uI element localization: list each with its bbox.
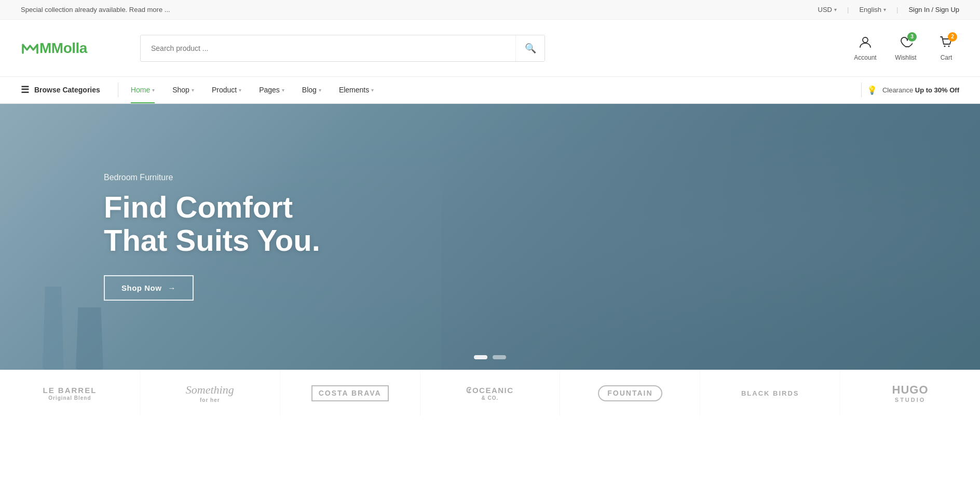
slide-dot-2[interactable]: [493, 355, 506, 359]
svg-point-2: [948, 45, 950, 47]
blog-chevron-icon: ▾: [319, 87, 321, 93]
brand-hugo[interactable]: HUGO STUDIO: [840, 370, 980, 416]
nav-right: 💡 Clearance Up to 30% Off: [867, 85, 959, 95]
hero-section: Bedroom Furniture Find Comfort That Suit…: [0, 104, 980, 370]
cart-icon-wrap: 2: [940, 35, 953, 52]
hero-right-panel: [441, 104, 980, 370]
brand-blackbirds[interactable]: BLACK BIRDS: [700, 370, 840, 416]
slide-dots: [474, 355, 506, 359]
slide-dot-1[interactable]: [474, 355, 487, 359]
account-icon: [859, 35, 872, 49]
lightbulb-icon[interactable]: 💡: [867, 85, 877, 95]
language-selector[interactable]: English ▾: [859, 6, 886, 14]
vase-short: [75, 307, 104, 370]
wishlist-badge: 3: [907, 32, 917, 42]
shop-chevron-icon: ▾: [192, 87, 194, 93]
hero-title: Find Comfort That Suits You.: [104, 191, 320, 257]
svg-point-0: [863, 37, 868, 43]
shop-now-button[interactable]: Shop Now →: [104, 275, 194, 301]
nav-item-product[interactable]: Product ▾: [205, 76, 249, 103]
account-label: Account: [854, 54, 876, 61]
nav-item-pages[interactable]: Pages ▾: [252, 76, 292, 103]
nav-item-elements[interactable]: Elements ▾: [332, 76, 381, 103]
cart-badge: 2: [948, 32, 957, 42]
divider2: |: [896, 6, 898, 14]
browse-categories-button[interactable]: ☰ Browse Categories: [21, 84, 113, 96]
home-chevron-icon: ▾: [152, 87, 155, 93]
search-bar: 🔍: [140, 35, 545, 62]
hero-content: Bedroom Furniture Find Comfort That Suit…: [0, 173, 320, 301]
nav-divider: [118, 83, 118, 97]
sign-in-up-link[interactable]: Sign In / Sign Up: [908, 6, 959, 14]
logo-text: MMolla: [39, 40, 87, 57]
product-chevron-icon: ▾: [239, 87, 241, 93]
currency-arrow: ▾: [834, 7, 837, 12]
logo-icon: [21, 40, 39, 56]
clearance-text: Clearance Up to 30% Off: [882, 86, 959, 94]
account-icon-wrap: [859, 35, 872, 52]
pages-chevron-icon: ▾: [282, 87, 284, 93]
language-arrow: ▾: [883, 7, 886, 12]
search-button[interactable]: 🔍: [515, 35, 545, 61]
currency-selector[interactable]: USD ▾: [818, 6, 837, 14]
announcement-text: Special collection already available. Re…: [21, 6, 170, 14]
nav-links: Home ▾ Shop ▾ Product ▾ Pages ▾ Blog ▾ E…: [124, 76, 856, 103]
top-bar: Special collection already available. Re…: [0, 0, 980, 20]
hero-subtitle: Bedroom Furniture: [104, 173, 320, 182]
elements-chevron-icon: ▾: [371, 87, 374, 93]
search-input[interactable]: [141, 35, 515, 61]
wishlist-icon-wrap: 3: [899, 35, 913, 52]
header: MMolla 🔍 Account 3 Wishlist: [0, 20, 980, 77]
header-actions: Account 3 Wishlist 2 Cart: [852, 35, 959, 61]
cart-button[interactable]: 2 Cart: [933, 35, 959, 61]
nav-item-shop[interactable]: Shop ▾: [165, 76, 201, 103]
account-button[interactable]: Account: [852, 35, 878, 61]
wishlist-button[interactable]: 3 Wishlist: [893, 35, 919, 61]
logo[interactable]: MMolla: [21, 40, 125, 57]
nav-divider-right: [861, 83, 862, 97]
nav-item-blog[interactable]: Blog ▾: [295, 76, 329, 103]
brand-something[interactable]: Something for her: [140, 370, 280, 416]
burger-icon: ☰: [21, 84, 29, 96]
wishlist-label: Wishlist: [895, 54, 916, 61]
svg-point-1: [944, 45, 946, 47]
navbar: ☰ Browse Categories Home ▾ Shop ▾ Produc…: [0, 77, 980, 104]
nav-item-home[interactable]: Home ▾: [124, 76, 162, 103]
search-icon: 🔍: [525, 43, 536, 54]
clearance-offer: Up to 30% Off: [915, 86, 959, 94]
browse-categories-label: Browse Categories: [34, 86, 100, 94]
brand-costa-brava[interactable]: COSTA BRAVA: [280, 370, 420, 416]
brand-oceanic[interactable]: ₢OCEANIC & CO.: [420, 370, 561, 416]
cart-label: Cart: [941, 54, 952, 61]
brands-row: LE BARREL Original Blend Something for h…: [0, 370, 980, 416]
top-bar-right: USD ▾ | English ▾ | Sign In / Sign Up: [818, 6, 959, 14]
brand-le-barrel[interactable]: LE BARREL Original Blend: [0, 370, 140, 416]
divider: |: [847, 6, 849, 14]
brand-fountain[interactable]: FOUNTAIN: [560, 370, 700, 416]
